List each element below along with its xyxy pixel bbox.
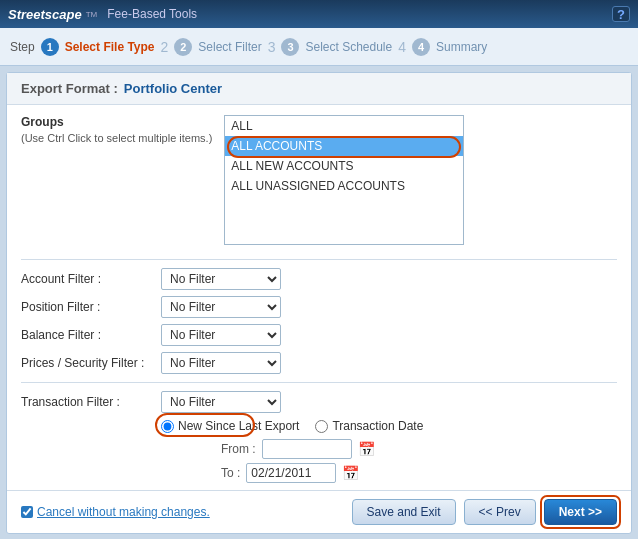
step-1-label[interactable]: Select File Type xyxy=(65,40,155,54)
from-calendar-icon[interactable]: 📅 xyxy=(358,441,375,457)
position-filter-label: Position Filter : xyxy=(21,300,161,314)
groups-label: Groups xyxy=(21,115,212,129)
from-label: From : xyxy=(221,442,256,456)
radio-transaction-date-label: Transaction Date xyxy=(332,419,423,433)
step-3-badge: 3 xyxy=(281,38,299,56)
cancel-checkbox[interactable] xyxy=(21,506,33,518)
app-title: Fee-Based Tools xyxy=(107,7,197,21)
step-4-badge: 4 xyxy=(412,38,430,56)
next-button-wrapper: Next >> xyxy=(544,499,617,525)
logo-tm: TM xyxy=(86,10,98,19)
from-date-input[interactable] xyxy=(262,439,352,459)
logo-text: Streetscape xyxy=(8,7,82,22)
prev-button[interactable]: << Prev xyxy=(464,499,536,525)
content-body: Groups (Use Ctrl Click to select multipl… xyxy=(7,105,631,490)
prices-filter-label: Prices / Security Filter : xyxy=(21,356,161,370)
step-1-badge: 1 xyxy=(41,38,59,56)
new-since-export-wrapper: New Since Last Export xyxy=(161,419,299,433)
logo-area: Streetscape TM Fee-Based Tools xyxy=(8,7,197,22)
to-date-input[interactable] xyxy=(246,463,336,483)
next-button[interactable]: Next >> xyxy=(544,499,617,525)
radio-new-since-export-input[interactable] xyxy=(161,420,174,433)
radio-transaction-date[interactable]: Transaction Date xyxy=(315,419,423,433)
to-label: To : xyxy=(221,466,240,480)
groups-listbox[interactable]: ALL ALL ACCOUNTS ALL NEW ACCOUNTS ALL UN… xyxy=(224,115,464,245)
step-2-badge: 2 xyxy=(174,38,192,56)
groups-hint: (Use Ctrl Click to select multiple items… xyxy=(21,131,212,145)
balance-filter-select[interactable]: No Filter xyxy=(161,324,281,346)
position-filter-select[interactable]: No Filter xyxy=(161,296,281,318)
groups-section: Groups (Use Ctrl Click to select multipl… xyxy=(21,115,617,245)
step-bar: Step 1 Select File Type 2 2 Select Filte… xyxy=(0,28,638,66)
to-calendar-icon[interactable]: 📅 xyxy=(342,465,359,481)
section-divider-1 xyxy=(21,259,617,260)
balance-filter-label: Balance Filter : xyxy=(21,328,161,342)
radio-transaction-date-input[interactable] xyxy=(315,420,328,433)
groups-label-col: Groups (Use Ctrl Click to select multipl… xyxy=(21,115,212,245)
list-item[interactable]: ALL xyxy=(225,116,463,136)
radio-new-since-export-label: New Since Last Export xyxy=(178,419,299,433)
transaction-filter-select[interactable]: No Filter xyxy=(161,391,281,413)
step-2-label[interactable]: Select Filter xyxy=(198,40,261,54)
export-format-value: Portfolio Center xyxy=(124,81,222,96)
from-date-item: From : 📅 xyxy=(221,439,617,459)
account-filter-label: Account Filter : xyxy=(21,272,161,286)
account-filter-select[interactable]: No Filter xyxy=(161,268,281,290)
to-date-item: To : 📅 xyxy=(221,463,617,483)
app-header: Streetscape TM Fee-Based Tools ? xyxy=(0,0,638,28)
save-exit-button[interactable]: Save and Exit xyxy=(352,499,456,525)
footer: Cancel without making changes. Save and … xyxy=(7,490,631,533)
transaction-section: Transaction Filter : No Filter New Since… xyxy=(21,391,617,483)
step-divider-1: 2 xyxy=(161,39,169,55)
transaction-filter-row: Transaction Filter : No Filter xyxy=(21,391,617,413)
radio-row: New Since Last Export Transaction Date xyxy=(161,419,617,433)
list-item-selected[interactable]: ALL ACCOUNTS xyxy=(225,136,463,156)
section-divider-2 xyxy=(21,382,617,383)
prices-filter-select[interactable]: No Filter xyxy=(161,352,281,374)
step-3-label[interactable]: Select Schedule xyxy=(305,40,392,54)
main-panel: Export Format : Portfolio Center Groups … xyxy=(6,72,632,534)
footer-buttons: Save and Exit << Prev Next >> xyxy=(352,499,617,525)
filter-grid: Account Filter : No Filter Position Filt… xyxy=(21,268,617,374)
list-item[interactable]: ALL NEW ACCOUNTS xyxy=(225,156,463,176)
cancel-label: Cancel without making changes. xyxy=(37,505,210,519)
help-button[interactable]: ? xyxy=(612,6,630,22)
step-divider-2: 3 xyxy=(268,39,276,55)
export-format-row: Export Format : Portfolio Center xyxy=(7,73,631,105)
export-format-label: Export Format : xyxy=(21,81,118,96)
list-item[interactable]: ALL UNASSIGNED ACCOUNTS xyxy=(225,176,463,196)
radio-new-since-export[interactable]: New Since Last Export xyxy=(161,419,299,433)
step-4-label[interactable]: Summary xyxy=(436,40,487,54)
cancel-link[interactable]: Cancel without making changes. xyxy=(21,505,210,519)
date-row: From : 📅 To : 📅 xyxy=(221,439,617,483)
step-label-text: Step xyxy=(10,40,35,54)
step-divider-3: 4 xyxy=(398,39,406,55)
transaction-filter-label: Transaction Filter : xyxy=(21,395,153,409)
